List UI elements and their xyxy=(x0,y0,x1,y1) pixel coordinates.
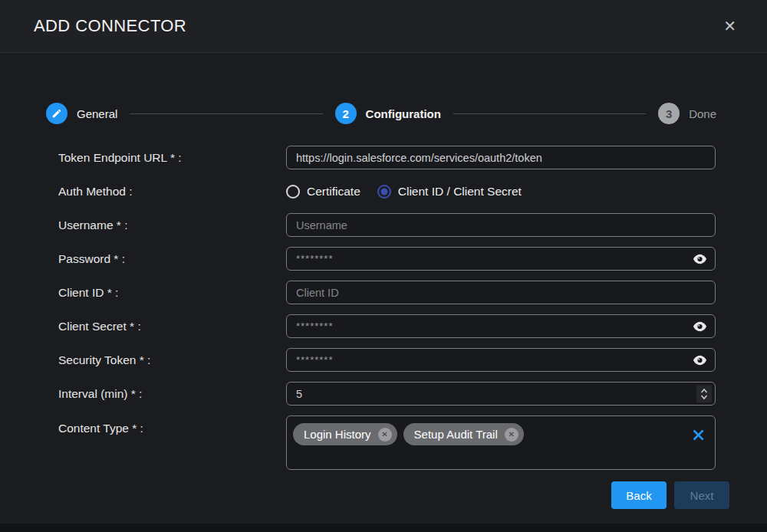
password-row: Password * : xyxy=(0,247,767,271)
content-type-multiselect[interactable]: Login History ✕ Setup Audit Trail ✕ xyxy=(286,415,716,470)
password-input[interactable] xyxy=(286,247,716,271)
step-3-badge: 3 xyxy=(658,103,680,124)
token-endpoint-row: Token Endpoint URL * : xyxy=(0,146,767,169)
auth-method-radio-group: Certificate Client ID / Client Secret xyxy=(286,179,716,203)
chip-login-history: Login History ✕ xyxy=(293,423,397,445)
step-done: 3 Done xyxy=(658,103,716,124)
client-secret-row: Client Secret * : xyxy=(0,314,767,338)
step-done-label: Done xyxy=(689,107,716,120)
client-secret-input[interactable] xyxy=(286,314,716,338)
auth-method-label: Auth Method : xyxy=(58,185,286,199)
chevron-down-icon xyxy=(700,394,708,399)
stepper-connector xyxy=(130,113,322,114)
step-general[interactable]: General xyxy=(46,103,117,124)
client-secret-label: Client Secret * : xyxy=(58,320,286,333)
radio-icon xyxy=(286,185,300,199)
add-connector-dialog: ADD CONNECTOR ✕ General 2 Configuration … xyxy=(0,0,767,524)
client-id-row: Client ID * : xyxy=(0,281,767,304)
security-token-label: Security Token * : xyxy=(58,353,286,367)
step-general-label: General xyxy=(77,107,117,120)
back-button[interactable]: Back xyxy=(611,481,667,509)
eye-icon[interactable] xyxy=(691,353,709,367)
chip-remove-icon[interactable]: ✕ xyxy=(505,428,518,442)
username-row: Username * : xyxy=(0,213,767,237)
username-label: Username * : xyxy=(58,218,286,232)
clear-all-icon[interactable] xyxy=(690,427,706,443)
wizard-stepper: General 2 Configuration 3 Done xyxy=(46,102,716,125)
stepper-connector xyxy=(453,113,646,114)
interval-input[interactable] xyxy=(286,382,716,406)
chip-remove-icon[interactable]: ✕ xyxy=(378,428,392,442)
configuration-form: Token Endpoint URL * : Auth Method : Cer… xyxy=(0,146,767,470)
client-id-label: Client ID * : xyxy=(58,286,286,300)
interval-label: Interval (min) * : xyxy=(58,387,286,401)
auth-method-row: Auth Method : Certificate Client ID / Cl… xyxy=(0,179,767,203)
dialog-header: ADD CONNECTOR ✕ xyxy=(0,0,767,53)
close-icon[interactable]: ✕ xyxy=(720,15,739,37)
security-token-row: Security Token * : xyxy=(0,348,767,372)
pencil-icon xyxy=(46,103,67,124)
next-button[interactable]: Next xyxy=(674,481,729,509)
radio-selected-icon xyxy=(377,185,391,199)
dialog-title: ADD CONNECTOR xyxy=(34,16,186,36)
step-configuration-label: Configuration xyxy=(366,107,441,120)
radio-client-id-secret[interactable]: Client ID / Client Secret xyxy=(377,185,522,199)
chip-setup-audit-trail: Setup Audit Trail ✕ xyxy=(403,423,524,445)
token-endpoint-input[interactable] xyxy=(286,146,716,169)
password-label: Password * : xyxy=(58,252,286,266)
token-endpoint-label: Token Endpoint URL * : xyxy=(58,151,286,165)
interval-stepper[interactable] xyxy=(696,385,712,402)
step-2-badge: 2 xyxy=(335,103,357,124)
security-token-input[interactable] xyxy=(286,348,716,372)
page-background-strip xyxy=(0,524,767,532)
eye-icon[interactable] xyxy=(691,252,709,266)
interval-row: Interval (min) * : xyxy=(0,382,767,406)
chevron-up-icon xyxy=(700,388,708,393)
content-type-row: Content Type * : Login History ✕ Setup A… xyxy=(0,415,767,470)
username-input[interactable] xyxy=(286,213,716,237)
content-type-label: Content Type * : xyxy=(58,415,286,435)
client-id-input[interactable] xyxy=(286,281,716,304)
dialog-footer: Back Next xyxy=(0,481,767,509)
step-configuration[interactable]: 2 Configuration xyxy=(335,103,441,124)
radio-certificate[interactable]: Certificate xyxy=(286,185,360,199)
eye-icon[interactable] xyxy=(691,320,709,333)
